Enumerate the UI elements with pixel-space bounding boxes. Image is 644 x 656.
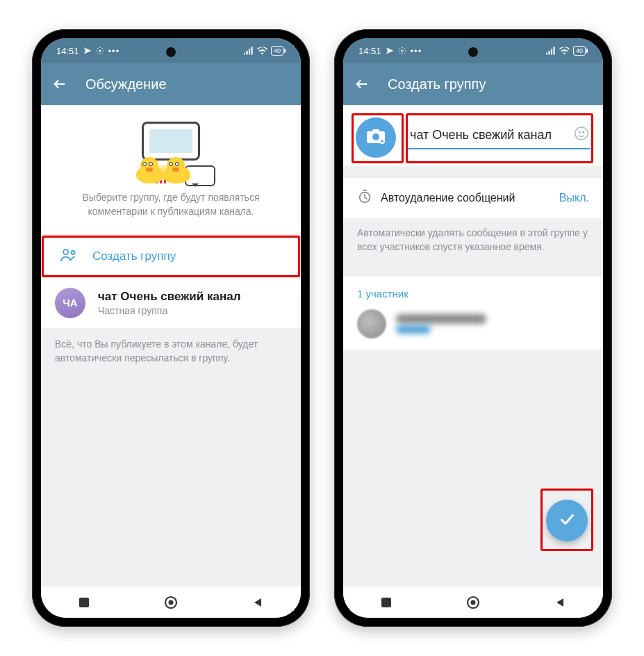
member-row[interactable] (343, 305, 603, 350)
status-bar: 14:51 ••• 40 (343, 38, 603, 63)
svg-rect-4 (251, 47, 252, 54)
members-header: 1 участник (343, 277, 603, 305)
telegram-status-icon (83, 47, 92, 55)
app-bar: Создать группу (343, 63, 603, 105)
auto-delete-label: Автоудаление сообщений (381, 192, 515, 204)
member-avatar (357, 309, 386, 338)
svg-rect-3 (249, 49, 250, 54)
group-name-input[interactable] (410, 128, 570, 142)
app-bar: Обсуждение (41, 63, 301, 105)
nav-recent-icon[interactable] (376, 592, 397, 613)
group-name-section (343, 105, 603, 166)
member-status-blurred (396, 325, 431, 334)
phone-frame-1: 14:51 ••• 40 (32, 29, 310, 627)
svg-rect-11 (546, 53, 547, 55)
wifi-icon (257, 47, 267, 55)
svg-point-19 (583, 131, 584, 133)
create-group-row[interactable]: Создать группу (42, 236, 300, 277)
svg-point-10 (401, 50, 403, 52)
chat-title: чат Очень свежий канал (98, 290, 287, 304)
nav-home-icon[interactable] (160, 592, 181, 613)
footer-hint: Всё, что Вы публикуете в этом канале, бу… (41, 329, 301, 377)
hero-illustration (129, 117, 213, 183)
create-group-label: Создать группу (92, 249, 284, 263)
status-time: 14:51 (358, 46, 381, 56)
confirm-fab[interactable] (546, 500, 588, 541)
system-nav-bar (343, 586, 603, 618)
status-bar: 14:51 ••• 40 (41, 38, 301, 63)
svg-rect-14 (553, 47, 554, 54)
signal-icon (244, 47, 254, 55)
settings-status-icon (96, 47, 104, 55)
system-nav-bar (41, 586, 301, 618)
telegram-status-icon (386, 47, 394, 55)
chat-subtitle: Частная группа (98, 305, 287, 316)
nav-recent-icon[interactable] (74, 592, 94, 613)
group-name-field[interactable] (407, 126, 591, 149)
wifi-icon (559, 47, 570, 55)
svg-point-23 (470, 600, 475, 605)
timer-icon (357, 189, 372, 207)
chat-avatar: ЧА (55, 288, 85, 318)
svg-rect-12 (548, 51, 550, 55)
auto-delete-value: Выкл. (559, 192, 589, 204)
svg-rect-13 (551, 49, 552, 54)
existing-chat-row[interactable]: ЧА чат Очень свежий канал Частная группа (41, 278, 301, 329)
hero-section: Выберите группу, где будут появляться ко… (41, 105, 301, 235)
people-icon (60, 247, 78, 265)
svg-point-6 (71, 251, 74, 254)
nav-back-icon[interactable] (550, 592, 570, 613)
more-status-icon: ••• (411, 46, 422, 56)
member-name-blurred (396, 314, 486, 324)
battery-icon: 40 (271, 46, 286, 56)
nav-back-icon[interactable] (247, 592, 268, 613)
svg-point-17 (575, 126, 588, 139)
nav-home-icon[interactable] (463, 592, 484, 613)
page-title: Обсуждение (85, 76, 167, 92)
settings-status-icon (398, 47, 406, 55)
status-time: 14:51 (56, 46, 79, 56)
battery-icon: 40 (573, 46, 588, 56)
svg-rect-21 (381, 598, 391, 607)
svg-rect-2 (246, 51, 247, 55)
auto-delete-row[interactable]: Автоудаление сообщений Выкл. (343, 177, 603, 219)
set-photo-button[interactable] (356, 117, 396, 158)
back-arrow-icon[interactable] (353, 75, 371, 93)
svg-point-18 (579, 131, 580, 133)
svg-point-0 (99, 50, 101, 52)
svg-rect-7 (79, 598, 89, 607)
camera-icon (366, 128, 386, 147)
check-icon (558, 510, 576, 531)
svg-rect-1 (244, 53, 245, 55)
svg-point-15 (372, 133, 379, 140)
hero-hint-text: Выберите группу, где будут появляться ко… (62, 190, 280, 219)
svg-point-9 (168, 600, 173, 605)
page-title: Создать группу (388, 76, 486, 92)
back-arrow-icon[interactable] (51, 75, 69, 93)
phone-frame-2: 14:51 ••• 40 (334, 29, 612, 627)
signal-icon (546, 47, 556, 55)
svg-point-5 (63, 249, 68, 254)
emoji-picker-icon[interactable] (574, 126, 589, 144)
more-status-icon: ••• (108, 46, 120, 56)
auto-delete-hint: Автоматически удалять сообщения в этой г… (343, 218, 603, 265)
